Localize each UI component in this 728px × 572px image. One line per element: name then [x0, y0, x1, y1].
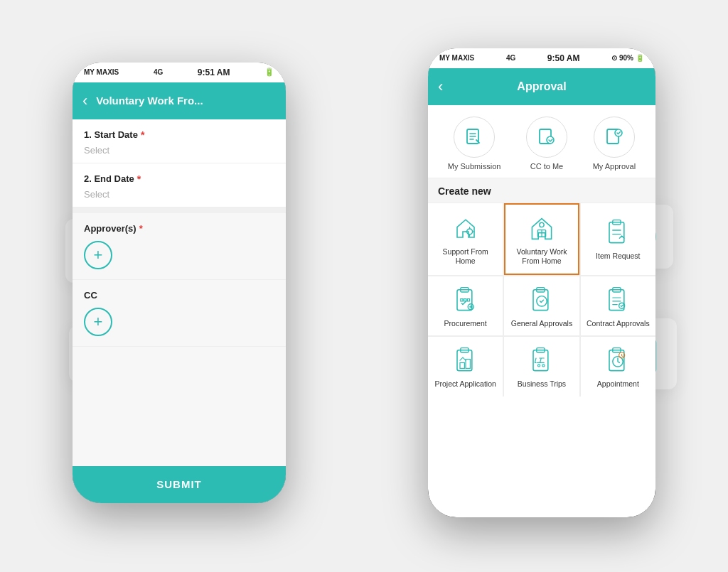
cc-to-me-icon-circle: [526, 117, 567, 158]
cc-to-me-icon: [537, 127, 557, 147]
my-submission-button[interactable]: My Submission: [448, 117, 501, 171]
svg-point-21: [540, 222, 544, 227]
project-application-button[interactable]: Project Application: [428, 337, 503, 396]
cc-to-me-label: CC to Me: [530, 162, 563, 171]
general-approvals-button[interactable]: General Approvals: [504, 276, 579, 336]
approver-label: Approver(s) *: [84, 223, 274, 234]
support-from-home-icon: [451, 215, 480, 243]
form-container: 1. Start Date * Select 2. End Date * Sel…: [73, 119, 286, 503]
status-bar-right: MY MAXIS 4G 9:50 AM ⊙ 90% 🔋: [428, 48, 655, 68]
svg-rect-39: [460, 363, 464, 369]
svg-rect-34: [609, 290, 624, 311]
time-right: 9:50 AM: [547, 53, 580, 63]
appointment-icon: [604, 347, 632, 375]
cc-section: CC +: [73, 280, 286, 347]
business-trips-button[interactable]: Business Trips: [504, 337, 579, 396]
back-button-left[interactable]: ‹: [82, 93, 87, 109]
network-left: 4G: [154, 68, 163, 76]
my-submission-icon-circle: [454, 117, 495, 158]
my-submission-icon: [464, 127, 484, 147]
start-date-label: 1. Start Date *: [84, 129, 274, 141]
my-approval-icon: [604, 127, 624, 147]
start-date-value[interactable]: Select: [84, 145, 274, 156]
contract-approvals-button[interactable]: Contract Approvals: [581, 276, 655, 336]
item-request-label: Item Request: [596, 252, 640, 261]
end-date-value[interactable]: Select: [84, 189, 274, 200]
business-trips-icon: [528, 347, 556, 375]
voluntary-wfh-icon: [528, 215, 556, 243]
item-request-icon: [604, 219, 632, 247]
voluntary-wfh-button[interactable]: Voluntary Work From Home: [504, 203, 579, 275]
create-new-label: Create new: [428, 178, 655, 203]
phone-left: MY MAXIS 4G 9:51 AM 🔋 ‹ Voluntary Work F…: [73, 63, 286, 503]
appointment-button[interactable]: Appointment: [581, 337, 655, 396]
procurement-label: Procurement: [444, 319, 487, 329]
approver-section: Approver(s) * +: [73, 213, 286, 280]
contract-approvals-label: Contract Approvals: [587, 319, 650, 329]
procurement-button[interactable]: Procurement: [428, 276, 503, 336]
cc-to-me-button[interactable]: CC to Me: [526, 117, 567, 171]
top-icons-row: My Submission CC to Me: [428, 105, 655, 178]
network-right: 4G: [506, 54, 515, 62]
add-cc-button[interactable]: +: [84, 308, 112, 336]
app-header-left: ‹ Voluntary Work Fro...: [73, 82, 286, 119]
svg-point-44: [542, 365, 545, 367]
svg-point-43: [537, 365, 540, 367]
support-from-home-label: Support From Home: [432, 247, 498, 266]
svg-rect-22: [609, 222, 624, 243]
battery-left: 🔋: [264, 68, 274, 77]
item-request-button[interactable]: Item Request: [581, 203, 655, 275]
cc-label: CC: [84, 290, 274, 301]
svg-rect-40: [466, 360, 470, 369]
page-title-left: Voluntary Work Fro...: [96, 95, 203, 107]
battery-right: ⊙ 90% 🔋: [611, 54, 644, 62]
approval-header: ‹ Approval: [428, 68, 655, 105]
my-approval-button[interactable]: My Approval: [593, 117, 636, 171]
submit-button[interactable]: SUBMIT: [73, 466, 286, 503]
end-date-label: 2. End Date *: [84, 173, 274, 185]
project-application-label: Project Application: [434, 379, 496, 389]
general-approvals-icon: [528, 286, 556, 315]
phone-right: MY MAXIS 4G 9:50 AM ⊙ 90% 🔋 ‹ Approval: [428, 48, 655, 517]
svg-rect-45: [609, 350, 624, 371]
general-approvals-label: General Approvals: [511, 319, 572, 329]
procurement-icon: [451, 286, 480, 315]
contract-approvals-icon: [604, 286, 632, 315]
back-button-right[interactable]: ‹: [438, 77, 443, 96]
business-trips-label: Business Trips: [518, 379, 566, 389]
add-approver-button[interactable]: +: [84, 241, 112, 269]
svg-point-15: [547, 136, 554, 144]
grid-icons: Support From Home Voluntary Work From Ho…: [428, 203, 655, 397]
svg-rect-31: [533, 290, 548, 311]
carrier-left: MY MAXIS: [84, 68, 119, 76]
scene: MY MAXIS 4G 9:51 AM 🔋 ‹ Voluntary Work F…: [44, 20, 684, 553]
project-application-icon: [451, 347, 480, 375]
my-submission-label: My Submission: [448, 162, 501, 171]
support-from-home-button[interactable]: Support From Home: [428, 203, 503, 275]
status-bar-left: MY MAXIS 4G 9:51 AM 🔋: [73, 63, 286, 82]
section-divider: [73, 207, 286, 213]
my-approval-label: My Approval: [593, 162, 636, 171]
end-date-field: 2. End Date * Select: [73, 163, 286, 207]
my-approval-icon-circle: [594, 117, 635, 158]
voluntary-wfh-label: Voluntary Work From Home: [510, 247, 573, 266]
start-date-field: 1. Start Date * Select: [73, 119, 286, 163]
approval-title: Approval: [517, 80, 566, 93]
carrier-right: MY MAXIS: [439, 54, 474, 62]
time-left: 9:51 AM: [198, 68, 230, 77]
appointment-label: Appointment: [597, 379, 639, 389]
